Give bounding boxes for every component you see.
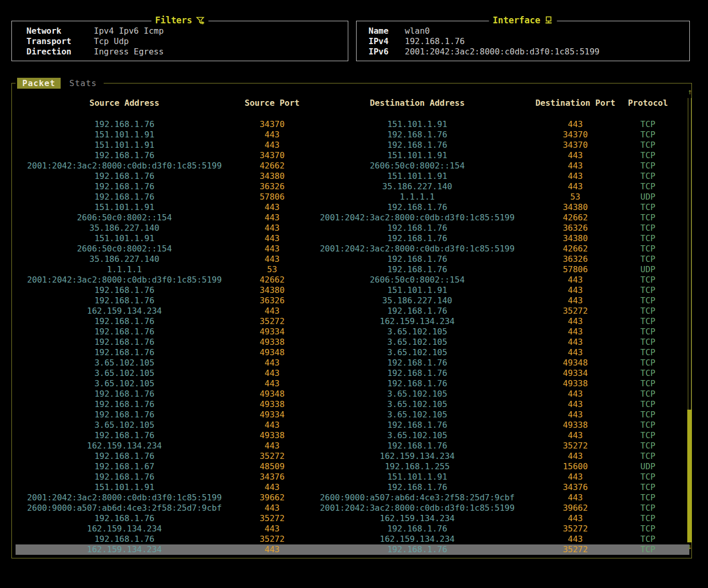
table-row[interactable]: 2001:2042:3ac2:8000:c0db:d3f0:1c85:51994… — [16, 161, 689, 171]
source-port-cell: 34376 — [233, 472, 311, 482]
table-row[interactable]: 2606:50c0:8002::1544432001:2042:3ac2:800… — [16, 213, 689, 223]
destination-address-cell: 192.168.1.76 — [311, 358, 523, 368]
destination-port-cell: 443 — [523, 399, 627, 410]
protocol-cell: TCP — [627, 503, 669, 513]
destination-address-cell: 151.101.1.91 — [311, 472, 523, 482]
source-port-cell: 39662 — [233, 493, 311, 503]
table-row[interactable]: 3.65.102.105443192.168.1.7649338TCP — [16, 379, 689, 389]
source-address-cell: 192.168.1.76 — [16, 472, 233, 482]
tab-packet[interactable]: Packet — [17, 78, 61, 89]
table-row[interactable]: 192.168.1.76493483.65.102.105443TCP — [16, 347, 689, 358]
filter-transport-value: Tcp Udp — [94, 36, 129, 47]
source-address-cell: 162.159.134.234 — [16, 524, 233, 534]
filter-network-row: Network Ipv4 Ipv6 Icmp — [12, 26, 348, 36]
table-row[interactable]: 192.168.1.76578061.1.1.153UDP — [16, 192, 689, 202]
destination-port-cell: 443 — [523, 296, 627, 306]
protocol-cell: TCP — [627, 513, 669, 524]
table-row[interactable]: 192.168.1.7635272162.159.134.234443TCP — [16, 451, 689, 461]
table-row[interactable]: 192.168.1.7634370151.101.1.91443TCP — [16, 119, 689, 130]
source-port-cell: 443 — [233, 544, 311, 555]
destination-port-cell: 42662 — [523, 213, 627, 223]
table-row[interactable]: 151.101.1.91443192.168.1.7634380TCP — [16, 233, 689, 244]
table-row[interactable]: 3.65.102.105443192.168.1.7649334TCP — [16, 368, 689, 379]
table-row[interactable]: 192.168.1.763632635.186.227.140443TCP — [16, 181, 689, 192]
table-row[interactable]: 2600:9000:a507:ab6d:4ce3:2f58:25d7:9cbf4… — [16, 503, 689, 513]
source-port-cell: 49334 — [233, 410, 311, 420]
source-address-cell: 192.168.1.76 — [16, 337, 233, 347]
source-port-cell: 49334 — [233, 327, 311, 337]
interface-panel: Interface Name wlan0 IPv4 192.168.1.76 I… — [356, 21, 690, 61]
header-destination-port: Destination Port — [523, 98, 627, 108]
destination-address-cell: 2606:50c0:8002::154 — [311, 161, 523, 171]
table-row[interactable]: 162.159.134.234443192.168.1.7635272TCP — [16, 524, 689, 534]
table-row[interactable]: 192.168.1.7634380151.101.1.91443TCP — [16, 171, 689, 181]
destination-port-cell: 35272 — [523, 524, 627, 534]
table-row[interactable]: 192.168.1.7635272162.159.134.234443TCP — [16, 534, 689, 544]
table-row[interactable]: 3.65.102.105443192.168.1.7649348TCP — [16, 358, 689, 368]
scroll-down-icon[interactable]: ↓ — [686, 542, 693, 551]
table-row[interactable]: 3.65.102.105443192.168.1.7649338TCP — [16, 420, 689, 430]
table-row[interactable]: 151.101.1.91443192.168.1.7634370TCP — [16, 140, 689, 150]
table-row[interactable]: 2606:50c0:8002::1544432001:2042:3ac2:800… — [16, 244, 689, 254]
table-row[interactable]: 151.101.1.91443192.168.1.7634380TCP — [16, 202, 689, 213]
table-row[interactable]: 2001:2042:3ac2:8000:c0db:d3f0:1c85:51993… — [16, 493, 689, 503]
table-row[interactable]: 192.168.1.763632635.186.227.140443TCP — [16, 296, 689, 306]
destination-port-cell: 15600 — [523, 461, 627, 472]
destination-port-cell: 443 — [523, 161, 627, 171]
table-row[interactable]: 192.168.1.7635272162.159.134.234443TCP — [16, 316, 689, 327]
source-port-cell: 34370 — [233, 119, 311, 130]
table-row[interactable]: 1.1.1.153192.168.1.7657806UDP — [16, 264, 689, 275]
table-row[interactable]: 192.168.1.7634370151.101.1.91443TCP — [16, 150, 689, 161]
destination-address-cell: 192.168.1.76 — [311, 130, 523, 140]
destination-port-cell: 443 — [523, 534, 627, 544]
table-row[interactable]: 151.101.1.91443192.168.1.7634370TCP — [16, 130, 689, 140]
destination-port-cell: 35272 — [523, 441, 627, 451]
table-row-selected[interactable]: 162.159.134.234443192.168.1.7635272TCP — [16, 544, 689, 555]
protocol-cell: TCP — [627, 233, 669, 244]
destination-address-cell: 3.65.102.105 — [311, 327, 523, 337]
destination-port-cell: 35272 — [523, 306, 627, 316]
table-row[interactable]: 192.168.1.7634376151.101.1.91443TCP — [16, 472, 689, 482]
source-port-cell: 443 — [233, 130, 311, 140]
table-header: Source Address Source Port Destination A… — [16, 98, 689, 108]
table-row[interactable]: 151.101.1.91443192.168.1.7634376TCP — [16, 482, 689, 493]
table-row[interactable]: 192.168.1.7634380151.101.1.91443TCP — [16, 285, 689, 296]
source-address-cell: 3.65.102.105 — [16, 358, 233, 368]
header-source-port: Source Port — [233, 98, 311, 108]
table-row[interactable]: 192.168.1.76493343.65.102.105443TCP — [16, 410, 689, 420]
tab-stats[interactable]: Stats — [64, 78, 102, 89]
scrollbar-thumb[interactable] — [687, 410, 692, 542]
destination-port-cell: 443 — [523, 150, 627, 161]
table-row[interactable]: 2001:2042:3ac2:8000:c0db:d3f0:1c85:51994… — [16, 275, 689, 285]
scroll-up-icon[interactable]: ↑ — [686, 88, 693, 96]
packet-rows: 192.168.1.7634370151.101.1.91443TCP151.1… — [16, 119, 689, 555]
table-row[interactable]: 162.159.134.234443192.168.1.7635272TCP — [16, 441, 689, 451]
protocol-cell: TCP — [627, 150, 669, 161]
destination-port-cell: 36326 — [523, 223, 627, 233]
source-address-cell: 151.101.1.91 — [16, 202, 233, 213]
table-row[interactable]: 192.168.1.76493383.65.102.105443TCP — [16, 430, 689, 441]
table-row[interactable]: 192.168.1.76493483.65.102.105443TCP — [16, 389, 689, 399]
source-address-cell: 192.168.1.76 — [16, 171, 233, 181]
protocol-cell: TCP — [627, 472, 669, 482]
filters-panel: Filters Network Ipv4 Ipv6 Icmp Transport… — [11, 21, 348, 61]
filter-direction-label: Direction — [26, 47, 94, 57]
destination-address-cell: 2001:2042:3ac2:8000:c0db:d3f0:1c85:5199 — [311, 213, 523, 223]
source-address-cell: 192.168.1.76 — [16, 451, 233, 461]
destination-address-cell: 192.168.1.76 — [311, 379, 523, 389]
table-row[interactable]: 162.159.134.234443192.168.1.7635272TCP — [16, 306, 689, 316]
destination-address-cell: 192.168.1.76 — [311, 368, 523, 379]
table-row[interactable]: 192.168.1.76493383.65.102.105443TCP — [16, 337, 689, 347]
destination-port-cell: 443 — [523, 513, 627, 524]
table-row[interactable]: 192.168.1.6748509192.168.1.25515600UDP — [16, 461, 689, 472]
table-row[interactable]: 35.186.227.140443192.168.1.7636326TCP — [16, 223, 689, 233]
table-row[interactable]: 192.168.1.7635272162.159.134.234443TCP — [16, 513, 689, 524]
table-row[interactable]: 35.186.227.140443192.168.1.7636326TCP — [16, 254, 689, 264]
network-interface-icon — [544, 16, 554, 25]
destination-port-cell: 443 — [523, 430, 627, 441]
table-row[interactable]: 192.168.1.76493343.65.102.105443TCP — [16, 327, 689, 337]
destination-port-cell: 443 — [523, 327, 627, 337]
source-address-cell: 2001:2042:3ac2:8000:c0db:d3f0:1c85:5199 — [16, 161, 233, 171]
table-row[interactable]: 192.168.1.76493383.65.102.105443TCP — [16, 399, 689, 410]
destination-port-cell: 443 — [523, 493, 627, 503]
